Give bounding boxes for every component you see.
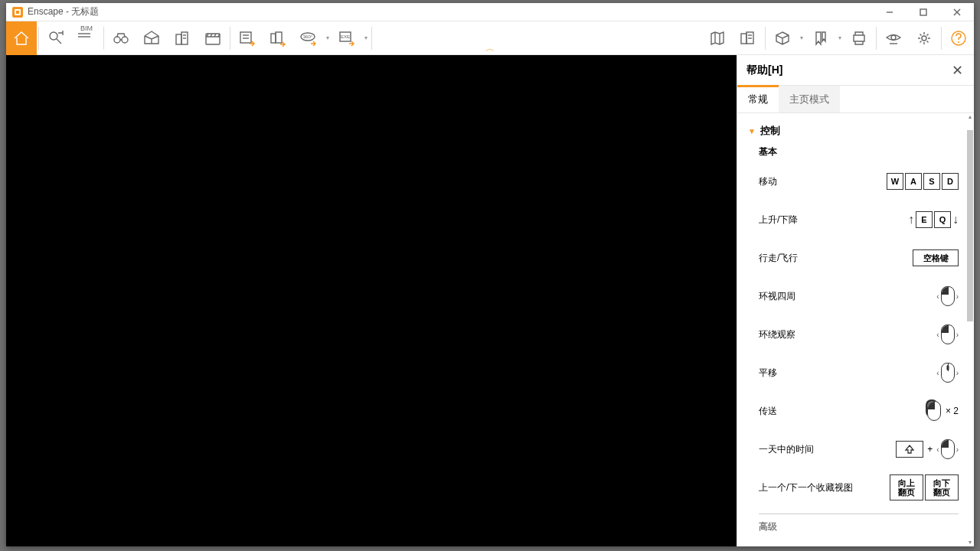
svg-rect-17 <box>271 34 276 43</box>
label-pan: 平移 <box>759 367 936 380</box>
svg-rect-14 <box>240 32 251 43</box>
label-timeofday: 一天中的时间 <box>759 443 896 456</box>
bim-label: BIM <box>80 24 93 32</box>
minimize-button[interactable] <box>873 3 906 21</box>
svg-point-29 <box>922 36 926 41</box>
subsection-advanced: 高级 <box>748 520 959 533</box>
assets-button[interactable] <box>733 21 763 55</box>
mouse-left-icon <box>941 439 955 459</box>
label-move: 移动 <box>759 175 887 188</box>
help-button[interactable] <box>943 21 974 55</box>
toolbar-expand-icon[interactable]: ︿ <box>485 42 495 55</box>
video-button[interactable] <box>198 21 228 55</box>
svg-text:360°: 360° <box>303 34 313 39</box>
updown-keys: ↑ E Q ↓ <box>908 211 959 228</box>
svg-rect-9 <box>176 34 181 44</box>
maximize-button[interactable] <box>906 3 940 21</box>
svg-text:EXE: EXE <box>341 34 350 39</box>
export-exe-dropdown[interactable]: ▾ <box>362 34 370 41</box>
home-button[interactable] <box>6 21 37 55</box>
navigate-button[interactable] <box>41 21 71 55</box>
perspective-button[interactable] <box>136 21 167 55</box>
help-title: 帮助[H] <box>746 64 782 77</box>
svg-point-31 <box>958 41 959 43</box>
svg-point-4 <box>50 32 57 40</box>
binoculars-button[interactable] <box>106 21 136 55</box>
map-button[interactable] <box>702 21 733 55</box>
label-orbit: 环绕观察 <box>759 328 936 341</box>
visibility-button[interactable] <box>878 21 909 55</box>
pagedown-key: 向下 翻页 <box>925 474 959 500</box>
bookmark-dropdown[interactable]: ▾ <box>836 34 844 41</box>
help-panel: 帮助[H] ✕ 常规 主页模式 ▼控制 基本 移动 W A S D 上 <box>737 55 974 546</box>
mouse-left-icon <box>941 324 955 344</box>
triangle-down-icon: ▼ <box>748 127 756 135</box>
cube-button[interactable] <box>767 21 798 55</box>
close-button[interactable] <box>940 3 974 21</box>
scroll-down-icon[interactable]: ▾ <box>966 539 974 546</box>
mouse-doubleclick-icon <box>927 401 941 421</box>
viewport[interactable] <box>6 55 737 546</box>
svg-rect-18 <box>276 32 282 43</box>
svg-rect-1 <box>920 9 926 15</box>
tab-home-mode[interactable]: 主页模式 <box>779 86 840 112</box>
bim-button[interactable]: BIM <box>71 21 102 55</box>
svg-point-27 <box>891 35 896 40</box>
export-exe-button[interactable]: EXE <box>332 21 362 55</box>
export-360-button[interactable]: 360° <box>293 21 324 55</box>
mouse-left-icon <box>941 286 955 306</box>
svg-rect-23 <box>741 34 746 44</box>
tab-general[interactable]: 常规 <box>737 85 779 112</box>
print-button[interactable] <box>844 21 874 55</box>
label-look: 环视四周 <box>759 290 936 303</box>
scroll-up-icon[interactable]: ▴ <box>966 113 974 121</box>
export-building-button[interactable] <box>232 21 263 55</box>
export-360-dropdown[interactable]: ▾ <box>324 34 332 41</box>
svg-point-7 <box>114 37 120 43</box>
toolbar: BIM 360° ▾ EXE ▾ ︿ ▾ ▾ <box>6 21 974 55</box>
help-close-button[interactable]: ✕ <box>949 62 965 79</box>
cube-dropdown[interactable]: ▾ <box>798 34 805 41</box>
window-title: Enscape - 无标题 <box>28 5 99 18</box>
buildings-button[interactable] <box>167 21 198 55</box>
scrollbar[interactable]: ▴ ▾ <box>966 113 974 546</box>
bookmark-button[interactable] <box>805 21 836 55</box>
label-prevnext: 上一个/下一个收藏视图 <box>759 481 890 494</box>
titlebar: Enscape - 无标题 <box>6 3 974 21</box>
mouse-middle-icon <box>941 363 955 383</box>
label-teleport: 传送 <box>759 405 927 418</box>
space-key: 空格键 <box>913 249 959 266</box>
settings-button[interactable] <box>909 21 939 55</box>
scroll-thumb[interactable] <box>967 130 973 321</box>
subsection-basic: 基本 <box>748 145 959 158</box>
svg-point-8 <box>122 37 128 43</box>
shift-key-icon <box>896 441 923 458</box>
down-arrow-icon: ↓ <box>952 213 959 227</box>
wasd-keys: W A S D <box>887 173 959 190</box>
label-walkfly: 行走/飞行 <box>759 252 913 265</box>
export-buildings-button[interactable] <box>263 21 293 55</box>
app-logo-icon <box>12 7 23 18</box>
label-updown: 上升/下降 <box>759 214 908 227</box>
pageup-key: 向上 翻页 <box>890 474 923 500</box>
up-arrow-icon: ↑ <box>908 213 914 227</box>
divider <box>759 514 959 514</box>
section-controls[interactable]: ▼控制 <box>748 124 959 138</box>
